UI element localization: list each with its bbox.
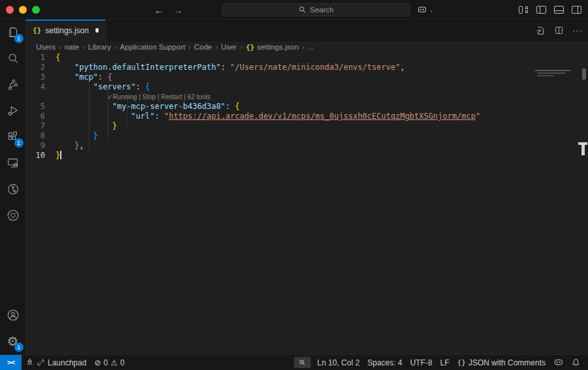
copilot-menu-button[interactable]: ⌄	[417, 3, 434, 16]
code-line[interactable]: 10}	[26, 151, 588, 161]
toggle-secondary-sidebar-button[interactable]	[572, 6, 581, 14]
launchpad-button[interactable]: Launchpad	[22, 355, 90, 370]
status-bar: >< Launchpad ⊘ 0 ⚠ 0	[0, 354, 588, 370]
maximize-window-button[interactable]	[32, 6, 40, 14]
breadcrumb-item[interactable]: Application Support	[120, 43, 186, 51]
code-line-content: },	[56, 141, 84, 151]
code-line[interactable]: 7 }	[26, 121, 588, 131]
remote-explorer-icon	[6, 156, 20, 170]
breadcrumb-separator: ›	[240, 43, 242, 51]
breadcrumb-item[interactable]: Code	[194, 43, 212, 51]
launchpad-label: Launchpad	[48, 358, 86, 367]
run-debug-tab[interactable]	[0, 98, 26, 124]
warnings-icon: ⚠	[110, 358, 118, 367]
source-control-icon	[6, 78, 20, 92]
extensions-badge: 1	[14, 138, 24, 147]
extensions-tab[interactable]: 1	[0, 124, 26, 150]
accounts-button[interactable]	[0, 302, 26, 328]
overview-ruler-cursor-marker	[578, 142, 587, 145]
json-file-icon: {}	[246, 43, 254, 52]
more-actions-button[interactable]: ···	[572, 25, 583, 35]
language-label: JSON with Comments	[468, 358, 546, 367]
problems-indicator[interactable]: ⊘ 0 ⚠ 0	[90, 355, 128, 370]
search-icon	[6, 52, 20, 66]
code-line[interactable]: 6 "url": "https://api.arcade.dev/v1/mcps…	[26, 112, 588, 121]
github-tab[interactable]	[0, 202, 26, 228]
open-settings-ui-button[interactable]	[535, 25, 546, 36]
codelens[interactable]: ✓Running | Stop | Restart | 62 tools	[26, 92, 588, 102]
code-line[interactable]: 4 "servers": {	[26, 82, 588, 92]
line-number: 5	[26, 102, 56, 112]
history-back-button[interactable]: ←	[154, 5, 164, 16]
breadcrumb-item[interactable]: User	[221, 43, 237, 51]
search-tab[interactable]	[0, 46, 26, 72]
commit-graph-tab[interactable]	[0, 176, 26, 202]
tab-settings-json[interactable]: {} settings.json	[26, 20, 106, 41]
breadcrumb-separator: ›	[188, 43, 191, 51]
toggle-panel-button[interactable]	[554, 6, 564, 14]
split-editor-button[interactable]	[554, 25, 564, 35]
cursor-position-label: Ln 10, Col 2	[318, 358, 360, 367]
breadcrumb-separator: ›	[216, 43, 218, 51]
run-debug-icon	[6, 104, 20, 118]
account-icon	[6, 308, 20, 322]
breadcrumb: Users›nate›Library›Application Support›C…	[26, 41, 588, 53]
code-line-content: "servers": {	[56, 82, 150, 92]
circle-branch-icon	[6, 182, 20, 196]
code-line[interactable]: 5 "my-mcp-server-b436d3a8": {	[26, 102, 588, 112]
code-line-content: "python.defaultInterpreterPath": "/Users…	[56, 63, 405, 72]
layout-icon	[519, 6, 523, 14]
copilot-status-button[interactable]	[549, 355, 568, 370]
encoding-indicator[interactable]: UTF-8	[406, 355, 436, 370]
code-line-content: "my-mcp-server-b436d3a8": {	[56, 102, 240, 112]
eol-indicator[interactable]: LF	[436, 355, 453, 370]
source-control-tab[interactable]	[0, 72, 26, 98]
line-number: 8	[26, 131, 56, 141]
minimize-window-button[interactable]	[19, 6, 27, 14]
code-line[interactable]: 3 "mcp": {	[26, 72, 588, 82]
breadcrumb-file-label: settings.json	[257, 43, 299, 51]
rocket-icon	[25, 358, 34, 367]
explorer-badge: 1	[14, 34, 24, 43]
code-line[interactable]: 2 "python.defaultInterpreterPath": "/Use…	[26, 63, 588, 72]
settings-button[interactable]: ⚙ 1	[0, 328, 26, 354]
activity-bar: 1	[0, 20, 26, 354]
explorer-tab[interactable]: 1	[0, 20, 26, 46]
line-number: 7	[26, 121, 56, 131]
window-controls	[6, 6, 40, 14]
notifications-button[interactable]	[568, 355, 584, 370]
modified-dot-icon[interactable]	[95, 28, 99, 33]
minimap-line	[537, 75, 554, 76]
breadcrumb-file[interactable]: {} settings.json	[246, 43, 299, 52]
minimap-line	[537, 72, 566, 74]
breadcrumb-item[interactable]: Library	[88, 43, 111, 51]
language-mode-indicator[interactable]: {} JSON with Comments	[453, 355, 549, 370]
scrollbar-thumb[interactable]	[582, 69, 586, 80]
remote-explorer-tab[interactable]	[0, 150, 26, 176]
cursor-position-indicator[interactable]: Ln 10, Col 2	[314, 355, 364, 370]
customize-layout-button[interactable]	[519, 6, 529, 14]
encoding-label: UTF-8	[410, 358, 433, 367]
code-editor[interactable]: 1{2 "python.defaultInterpreterPath": "/U…	[26, 53, 588, 354]
json-file-icon: {}	[33, 26, 41, 35]
indentation-indicator[interactable]: Spaces: 4	[363, 355, 406, 370]
code-line-content: "url": "https://api.arcade.dev/v1/mcps/m…	[56, 112, 480, 121]
breadcrumb-separator: ›	[59, 43, 61, 51]
remote-indicator[interactable]: ><	[0, 355, 22, 370]
breadcrumb-symbol[interactable]: ...	[308, 43, 314, 51]
settings-badge: 1	[14, 343, 24, 352]
breadcrumb-item[interactable]: nate	[65, 43, 79, 51]
breadcrumb-item[interactable]: Users	[36, 43, 56, 51]
history-forward-button[interactable]: →	[173, 5, 183, 16]
zoom-indicator[interactable]	[294, 357, 311, 368]
zoom-in-icon	[299, 359, 306, 367]
code-line-content: {	[56, 53, 60, 63]
chevron-down-icon: ⌄	[429, 7, 434, 13]
close-window-button[interactable]	[6, 6, 14, 14]
toggle-primary-sidebar-button[interactable]	[536, 6, 546, 14]
code-line[interactable]: 9 },	[26, 141, 588, 151]
command-center-search[interactable]: Search	[222, 3, 410, 16]
code-line[interactable]: 8 }	[26, 131, 588, 141]
code-line[interactable]: 1{	[26, 53, 588, 63]
minimap[interactable]	[534, 69, 574, 82]
